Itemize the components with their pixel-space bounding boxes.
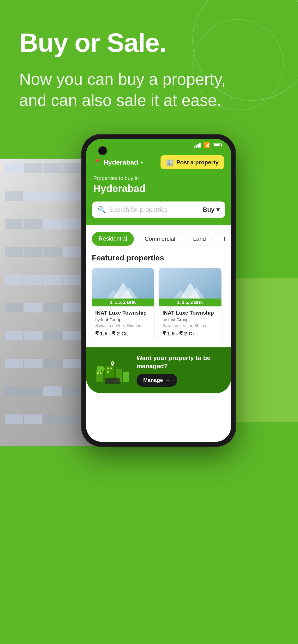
property-card-2[interactable]: 1, 1.5, 2 BHK INAT Luxe Township by Inat… [159, 268, 221, 341]
chevron-down-icon: ▾ [140, 160, 143, 165]
manage-button[interactable]: Manage → [136, 374, 177, 387]
location-name: Hyderabad [103, 158, 138, 166]
property-card-1[interactable]: 1, 1.5, 2 BHK INAT Luxe Township by Inat… [92, 268, 154, 341]
featured-section-title: Featured properties [92, 254, 225, 262]
manage-banner: Want your property to be managed? Manage… [86, 348, 231, 394]
svg-rect-17 [107, 371, 109, 373]
app-header: 📍 Hyderabad ▾ 🏢 Post a property [86, 152, 231, 175]
properties-row: 1, 1.5, 2 BHK INAT Luxe Township by Inat… [92, 268, 225, 341]
property-name-1: INAT Luxe Township [95, 310, 151, 316]
location-pin-icon: 📍 [93, 158, 101, 166]
buy-dropdown[interactable]: Buy ▾ [199, 206, 220, 214]
properties-city: Hyderabad [93, 183, 224, 194]
property-info-2: INAT Luxe Township by Inat Group Sailash… [159, 306, 221, 341]
green-spacer [86, 218, 231, 225]
main-content: Residential Commercial Land Plot F [86, 218, 231, 394]
post-property-label: Post a property [176, 159, 219, 166]
hero-title: Buy or Sale. [19, 29, 279, 56]
manage-text-area: Want your property to be managed? Manage… [136, 354, 224, 387]
white-content: Residential Commercial Land Plot F [86, 225, 231, 348]
hero-subtitle: Now you can buy a property, and can also… [19, 68, 235, 111]
search-icon: 🔍 [98, 206, 106, 214]
phone-frame: 📶 📍 Hyderabad ▾ 🏢 Post a property [82, 135, 235, 446]
svg-rect-12 [123, 372, 129, 382]
status-icons: 📶 [194, 142, 221, 148]
properties-label: Properties to buy in [93, 175, 224, 181]
property-location-1: Sailashree Vihar, Bhuban... [95, 324, 151, 328]
svg-point-23 [112, 362, 113, 364]
property-price-1: ₹ 1.5 - ₹ 2 Cr. [95, 330, 151, 337]
tab-land[interactable]: Land [186, 232, 213, 246]
tab-commercial[interactable]: Commercial [138, 232, 182, 246]
property-image-1: 1, 1.5, 2 BHK [92, 268, 154, 306]
svg-rect-21 [106, 378, 118, 383]
manage-arrow-icon: → [165, 377, 171, 383]
manage-illustration [93, 356, 132, 385]
post-property-button[interactable]: 🏢 Post a property [161, 155, 224, 170]
property-name-2: INAT Luxe Township [163, 310, 218, 316]
svg-rect-13 [97, 372, 99, 374]
phone-screen: 📶 📍 Hyderabad ▾ 🏢 Post a property [86, 139, 231, 442]
search-bar[interactable]: 🔍 Search for properties Buy ▾ [92, 202, 225, 218]
manage-text: Want your property to be managed? [136, 354, 224, 370]
buy-label: Buy [203, 206, 215, 214]
signal-bars-icon [194, 143, 201, 148]
manage-button-label: Manage [143, 377, 163, 383]
tab-residential[interactable]: Residential [92, 232, 134, 246]
search-placeholder: Search for properties [109, 206, 195, 214]
property-location-2: Sailashree Vihar, Bhuba... [163, 324, 218, 328]
right-accent-bg [226, 278, 298, 422]
svg-rect-16 [110, 368, 112, 370]
property-image-2: 1, 1.5, 2 BHK [159, 268, 221, 306]
wifi-icon: 📶 [203, 142, 210, 148]
search-section: 🔍 Search for properties Buy ▾ [86, 202, 231, 218]
tab-plot[interactable]: Plot [217, 232, 225, 246]
property-price-2: ₹ 1.5 - ₹ 2 Cr. [163, 330, 218, 337]
svg-rect-19 [101, 370, 102, 373]
svg-rect-15 [107, 368, 109, 370]
bhk-badge-1: 1, 1.5, 2 BHK [92, 298, 154, 306]
phone-section: 📶 📍 Hyderabad ▾ 🏢 Post a property [0, 125, 298, 446]
properties-heading: Properties to buy in Hyderabad [86, 175, 231, 202]
property-by-2: by Inat Group [163, 318, 218, 322]
hero-section: Buy or Sale. Now you can buy a property,… [0, 0, 298, 125]
category-tabs: Residential Commercial Land Plot [92, 232, 225, 246]
buy-chevron-icon: ▾ [216, 206, 220, 214]
building-icon: 🏢 [166, 158, 174, 166]
status-bar: 📶 [86, 139, 231, 152]
bhk-badge-2: 1, 1.5, 2 BHK [159, 298, 221, 306]
property-by-1: by Inat Group [95, 318, 151, 322]
battery-icon [213, 143, 221, 147]
property-info-1: INAT Luxe Township by Inat Group Sailash… [92, 306, 154, 341]
location-selector[interactable]: 📍 Hyderabad ▾ [93, 158, 143, 166]
